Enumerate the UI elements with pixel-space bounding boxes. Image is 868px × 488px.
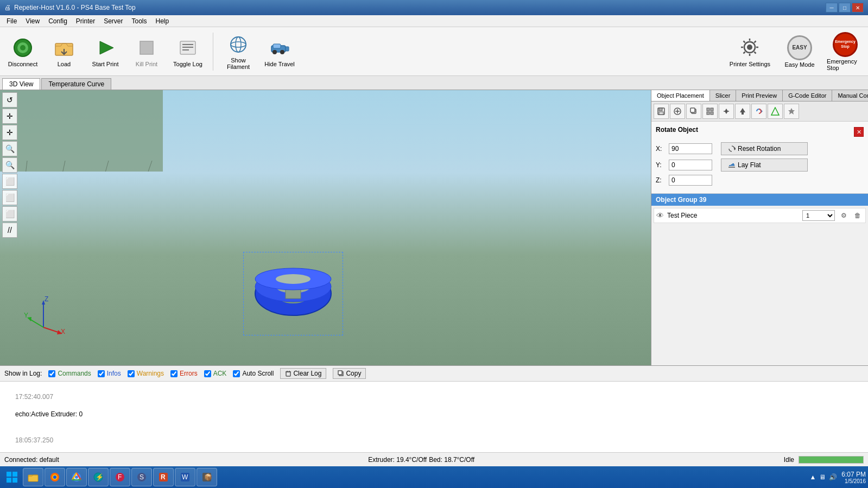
start-button[interactable]: [2, 468, 22, 486]
load-button[interactable]: Load: [46, 30, 83, 73]
tab-slicer[interactable]: Slicer: [710, 90, 737, 101]
menu-file[interactable]: File: [2, 15, 21, 27]
svg-text:Y: Y: [24, 312, 28, 319]
taskbar-left: ⚡ F S R W: [2, 468, 217, 486]
front-view-btn[interactable]: ⬜: [2, 190, 17, 205]
maximize-btn[interactable]: □: [839, 3, 851, 12]
emergency-stop-button[interactable]: EmergencyStop Emergency Stop: [827, 30, 864, 73]
warnings-label: Warnings: [137, 370, 164, 377]
copy-icon-btn[interactable]: [686, 104, 701, 119]
tab-object-placement[interactable]: Object Placement: [651, 90, 710, 101]
zoom-in-btn[interactable]: 🔍: [2, 141, 17, 156]
start-print-icon: [93, 36, 117, 60]
diagonal-lines-btn[interactable]: //: [2, 223, 17, 238]
status-bar: Connected: default Extruder: 19.4°C/Off …: [0, 452, 868, 466]
clear-log-button[interactable]: Clear Log: [280, 368, 326, 379]
3d-viewport[interactable]: ↺ ✛ ✛ 🔍 🔍 ⬜ ⬜ ⬜ //: [0, 90, 651, 365]
side-view-btn[interactable]: ⬜: [2, 206, 17, 221]
minimize-btn[interactable]: ─: [826, 3, 838, 12]
svg-point-15: [280, 50, 284, 54]
taskbar-right: ▲ 🖥 🔊 6:07 PM 1/5/2016: [809, 471, 866, 484]
taskbar-app6[interactable]: S: [131, 468, 152, 486]
easy-mode-button[interactable]: EASY Easy Mode: [781, 30, 818, 73]
printer-settings-button[interactable]: Printer Settings: [727, 33, 772, 69]
zoom-out-btn[interactable]: 🔍: [2, 157, 17, 173]
up-icon-btn[interactable]: [735, 104, 750, 119]
save-icon-btn[interactable]: [654, 104, 669, 119]
rotate-z-input[interactable]: [669, 175, 712, 186]
move-view-btn[interactable]: ✛: [2, 109, 17, 124]
menu-tools[interactable]: Tools: [128, 15, 151, 27]
window-controls: ─ □ ✕: [826, 3, 864, 12]
hide-travel-button[interactable]: Hide Travel: [261, 30, 298, 73]
copy-log-button[interactable]: Copy: [333, 368, 366, 379]
bed-temp: Bed: 18.7°C/Off: [429, 456, 474, 464]
rotate-view-btn[interactable]: ↺: [2, 92, 17, 107]
svg-marker-76: [725, 111, 728, 114]
show-filament-button[interactable]: Show Filament: [220, 30, 257, 73]
visibility-toggle[interactable]: 👁: [656, 211, 664, 220]
infos-checkbox[interactable]: [98, 370, 105, 377]
ack-checkbox[interactable]: [204, 370, 211, 377]
easy-mode-icon: EASY: [787, 35, 812, 60]
toggle-log-button[interactable]: Toggle Log: [169, 30, 206, 73]
tab-manual-control[interactable]: Manual Control: [832, 90, 868, 101]
start-print-button[interactable]: Start Print: [87, 30, 124, 73]
lay-flat-button[interactable]: Lay Flat: [721, 159, 808, 172]
grid-icon-btn[interactable]: [702, 104, 718, 119]
tab-print-preview[interactable]: Print Preview: [736, 90, 783, 101]
errors-checkbox[interactable]: [170, 370, 178, 377]
move-xy-btn[interactable]: ✛: [2, 125, 17, 140]
object-settings-btn[interactable]: ⚙: [838, 210, 849, 221]
clear-log-icon: [285, 370, 292, 377]
arduino-icon: ⚡: [93, 472, 104, 483]
system-clock[interactable]: 6:07 PM 1/5/2016: [841, 471, 866, 484]
taskbar-app9[interactable]: 📦: [197, 468, 217, 486]
file-explorer-icon: [28, 472, 39, 482]
rotate3d-icon-btn[interactable]: [751, 104, 766, 119]
taskbar-repetier[interactable]: R: [153, 468, 174, 486]
menu-server[interactable]: Server: [99, 15, 127, 27]
rotate-panel-close-btn[interactable]: ✕: [854, 127, 864, 137]
kill-print-button[interactable]: Kill Print: [128, 30, 165, 73]
scale-icon-btn[interactable]: [768, 104, 783, 119]
close-btn[interactable]: ✕: [852, 3, 864, 12]
lay-flat-icon: [728, 161, 736, 169]
tray-arrow[interactable]: ▲: [809, 473, 816, 481]
menu-config[interactable]: Config: [44, 15, 72, 27]
taskbar-arduino[interactable]: ⚡: [88, 468, 109, 486]
tab-temperature-curve[interactable]: Temperature Curve: [41, 78, 111, 90]
object-delete-btn[interactable]: 🗑: [852, 210, 863, 221]
object-quantity-select[interactable]: 1 2 3: [802, 210, 835, 221]
rotate-y-input[interactable]: [669, 160, 712, 170]
disconnect-label: Disconnect: [8, 61, 37, 67]
warnings-checkbox[interactable]: [128, 370, 135, 377]
reset-rotation-button[interactable]: Reset Rotation: [721, 142, 808, 155]
add-icon-btn[interactable]: [670, 104, 685, 119]
taskbar-file-explorer[interactable]: [23, 468, 43, 486]
top-view-btn[interactable]: ⬜: [2, 174, 17, 189]
errors-label: Errors: [180, 370, 198, 377]
log-content[interactable]: 17:52:40.007 echo:Active Extruder: 0 18:…: [0, 382, 868, 452]
menu-view[interactable]: View: [21, 15, 44, 27]
autoscroll-checkbox[interactable]: [233, 370, 240, 377]
tab-gcode-editor[interactable]: G-Code Editor: [783, 90, 832, 101]
show-filament-label: Show Filament: [223, 57, 254, 70]
extruder-temp: Extruder: 19.4°C/Off: [368, 456, 427, 464]
taskbar-app5[interactable]: F: [110, 468, 130, 486]
taskbar-chrome[interactable]: [66, 468, 87, 486]
svg-rect-63: [659, 108, 662, 111]
tab-3d-view[interactable]: 3D View: [2, 78, 40, 90]
disconnect-button[interactable]: Disconnect: [4, 30, 41, 73]
object-item-name: Test Piece: [667, 212, 799, 219]
arrange-icon-btn[interactable]: [719, 104, 734, 119]
menu-help[interactable]: Help: [151, 15, 174, 27]
menu-printer[interactable]: Printer: [72, 15, 99, 27]
chrome-icon: [71, 472, 82, 483]
status-center: Extruder: 19.4°C/Off Bed: 18.7°C/Off: [368, 456, 474, 464]
taskbar-firefox[interactable]: [45, 468, 65, 486]
commands-checkbox[interactable]: [48, 370, 55, 377]
rotate-x-input[interactable]: [669, 143, 712, 154]
star-icon-btn[interactable]: [784, 104, 799, 119]
taskbar-app8[interactable]: W: [175, 468, 195, 486]
